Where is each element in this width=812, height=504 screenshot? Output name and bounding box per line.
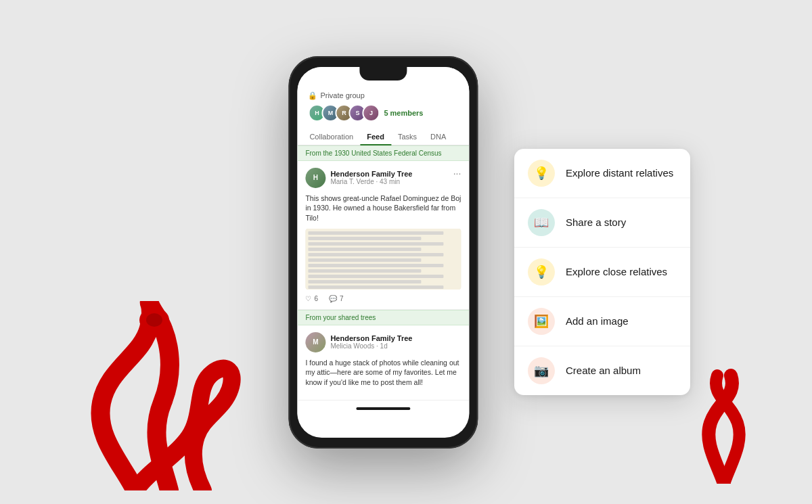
tab-collaboration[interactable]: Collaboration bbox=[302, 129, 360, 145]
menu-item-create-album[interactable]: 📷 Create an album bbox=[514, 346, 690, 395]
lock-icon: 🔒 bbox=[308, 91, 317, 100]
comment-count-1: 7 bbox=[340, 295, 344, 302]
post-user-time-1: Maria T. Verde · 43 min bbox=[330, 178, 412, 185]
book-icon: 📖 bbox=[534, 215, 549, 230]
ribbon-left-decoration bbox=[81, 301, 244, 490]
post-card-1: H Henderson Family Tree Maria T. Verde ·… bbox=[297, 161, 469, 310]
post-meta-2: Henderson Family Tree Melicia Woods · 1d bbox=[330, 334, 412, 350]
tab-tasks[interactable]: Tasks bbox=[391, 129, 424, 145]
census-line bbox=[308, 269, 421, 273]
members-count[interactable]: 5 members bbox=[384, 109, 423, 117]
explore-close-label: Explore close relatives bbox=[566, 266, 667, 277]
census-line bbox=[308, 264, 443, 267]
lightbulb-icon: 💡 bbox=[534, 166, 549, 181]
menu-item-add-image[interactable]: 🖼️ Add an image bbox=[514, 297, 690, 346]
post-header-1: H Henderson Family Tree Maria T. Verde ·… bbox=[305, 168, 461, 188]
private-label-text: Private group bbox=[320, 91, 364, 99]
census-line bbox=[308, 258, 421, 262]
census-line bbox=[308, 280, 421, 283]
avatars-row: H M R S J 5 members bbox=[308, 104, 458, 122]
census-line bbox=[308, 248, 421, 251]
like-action-1[interactable]: ♡ 6 bbox=[305, 295, 318, 302]
census-line bbox=[308, 285, 443, 289]
post-text-1: This shows great-uncle Rafael Dominguez … bbox=[305, 193, 461, 223]
census-line bbox=[308, 275, 443, 278]
post-header-left-1: H Henderson Family Tree Maria T. Verde ·… bbox=[305, 168, 412, 188]
post-avatar-2: M bbox=[305, 332, 325, 352]
post-meta-1: Henderson Family Tree Maria T. Verde · 4… bbox=[330, 170, 412, 185]
lightbulb-2-icon: 💡 bbox=[534, 265, 549, 279]
post-header-left-2: M Henderson Family Tree Melicia Woods · … bbox=[305, 332, 412, 352]
create-album-icon-wrap: 📷 bbox=[528, 357, 555, 384]
post-avatar-1: H bbox=[305, 168, 325, 188]
post-actions-1: ♡ 6 💬 7 bbox=[305, 295, 461, 302]
menu-item-explore-distant[interactable]: 💡 Explore distant relatives bbox=[514, 149, 690, 198]
comment-action-1[interactable]: 💬 7 bbox=[329, 295, 344, 302]
add-image-label: Add an image bbox=[566, 315, 629, 327]
phone-bottom bbox=[297, 400, 469, 417]
app-content: 🔒 Private group H M R S J 5 members bbox=[297, 86, 469, 400]
menu-item-share-story[interactable]: 📖 Share a story bbox=[514, 198, 690, 248]
tab-dna[interactable]: DNA bbox=[424, 129, 453, 145]
more-options-1[interactable]: ··· bbox=[453, 168, 461, 179]
feed-container: From the 1930 United States Federal Cens… bbox=[297, 145, 469, 400]
create-album-label: Create an album bbox=[566, 365, 641, 376]
like-count-1: 6 bbox=[314, 295, 318, 302]
post-card-2: M Henderson Family Tree Melicia Woods · … bbox=[297, 325, 469, 400]
heart-icon: ♡ bbox=[305, 295, 311, 302]
private-group-label: 🔒 Private group bbox=[308, 91, 458, 100]
share-story-icon-wrap: 📖 bbox=[528, 209, 555, 236]
comment-icon: 💬 bbox=[329, 295, 337, 302]
census-line bbox=[308, 253, 443, 256]
explore-close-icon-wrap: 💡 bbox=[528, 258, 555, 285]
ribbon-right-decoration bbox=[690, 362, 758, 484]
tab-feed[interactable]: Feed bbox=[360, 129, 391, 145]
section-label-1: From the 1930 United States Federal Cens… bbox=[297, 145, 469, 161]
census-line bbox=[308, 242, 443, 246]
tabs-bar: Collaboration Feed Tasks DNA bbox=[297, 129, 469, 145]
group-header: 🔒 Private group H M R S J 5 members bbox=[297, 86, 469, 124]
add-image-icon-wrap: 🖼️ bbox=[528, 308, 555, 335]
avatar-5: J bbox=[362, 104, 380, 122]
phone-top-bar bbox=[297, 67, 469, 86]
census-document bbox=[305, 229, 461, 290]
census-line bbox=[308, 231, 443, 235]
phone-device: 🔒 Private group H M R S J 5 members bbox=[288, 56, 478, 449]
phone-notch bbox=[359, 67, 407, 81]
post-group-name-2: Henderson Family Tree bbox=[330, 334, 412, 342]
census-lines bbox=[305, 229, 461, 290]
explore-distant-label: Explore distant relatives bbox=[566, 167, 673, 179]
explore-distant-icon-wrap: 💡 bbox=[528, 160, 555, 187]
phone-screen: 🔒 Private group H M R S J 5 members bbox=[297, 67, 469, 438]
post-group-name-1: Henderson Family Tree bbox=[330, 170, 412, 178]
image-icon: 🖼️ bbox=[534, 314, 549, 329]
post-user-time-2: Melicia Woods · 1d bbox=[330, 342, 412, 350]
menu-item-explore-close[interactable]: 💡 Explore close relatives bbox=[514, 248, 690, 297]
section-label-2: From your shared trees bbox=[297, 310, 469, 325]
avatar-stack: H M R S J bbox=[308, 104, 380, 122]
post-text-2: I found a huge stack of photos while cle… bbox=[305, 358, 461, 388]
post-image-1 bbox=[305, 229, 461, 290]
share-story-label: Share a story bbox=[566, 216, 626, 228]
camera-icon: 📷 bbox=[534, 363, 549, 378]
home-indicator bbox=[356, 407, 410, 410]
svg-point-1 bbox=[146, 313, 162, 327]
post-header-2: M Henderson Family Tree Melicia Woods · … bbox=[305, 332, 461, 352]
dropdown-menu: 💡 Explore distant relatives 📖 Share a st… bbox=[514, 149, 690, 395]
census-line bbox=[308, 237, 421, 240]
